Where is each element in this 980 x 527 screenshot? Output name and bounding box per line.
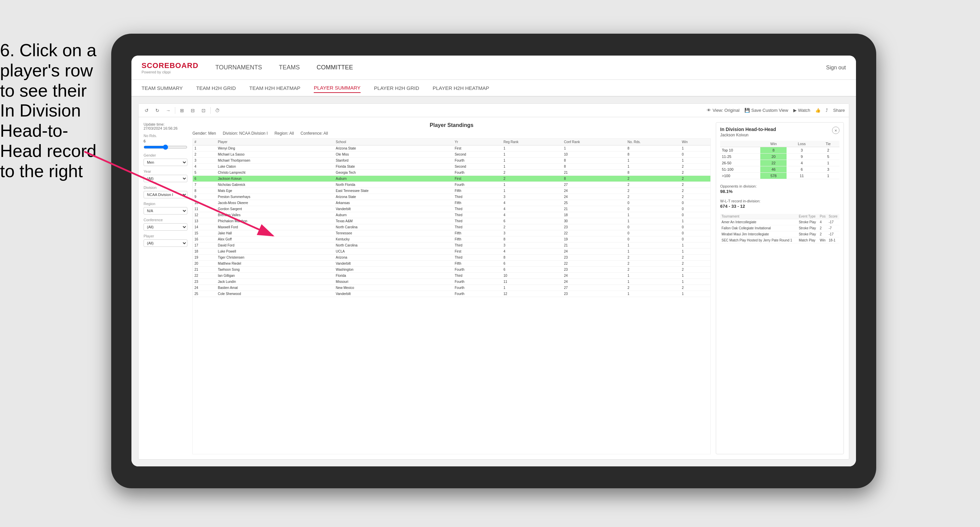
- table-row[interactable]: 21 Taehoon Song Washington Fourth 6 23 2…: [193, 267, 710, 273]
- cell-num: 11: [193, 206, 216, 212]
- cell-reg-rank: 6: [502, 218, 562, 224]
- h2h-win: 46: [760, 166, 787, 173]
- table-row[interactable]: 11 Gordon Sargent Vanderbilt Third 4 21 …: [193, 206, 710, 212]
- table-row[interactable]: 5 Christo Lamprecht Georgia Tech Fourth …: [193, 170, 710, 176]
- division-select[interactable]: NCAA Division I: [143, 191, 188, 198]
- h2h-table-row: 51-100 46 6 3: [720, 166, 840, 173]
- nav-tournaments[interactable]: TOURNAMENTS: [215, 62, 262, 73]
- cell-player: Preston Summerhays: [216, 194, 334, 200]
- h2h-header: In Division Head-to-Head Jackson Koivun …: [720, 127, 840, 137]
- table-row[interactable]: 2 Michael La Sasso Ole Miss Second 1 10 …: [193, 152, 710, 157]
- toolbar-redo[interactable]: ↻: [153, 106, 161, 114]
- h2h-col-tie: Tie: [817, 141, 840, 147]
- h2h-win: 578: [760, 173, 787, 179]
- nav-teams[interactable]: TEAMS: [279, 62, 300, 73]
- cell-player: Christo Lamprecht: [216, 170, 334, 176]
- cell-reg-rank: 10: [502, 273, 562, 279]
- table-row[interactable]: 3 Michael Thorbjornsen Stanford Fourth 1…: [193, 157, 710, 163]
- table-row[interactable]: 7 Nicholas Gabreick North Florida Fourth…: [193, 182, 710, 188]
- nav-sign-out[interactable]: Sign out: [826, 65, 846, 71]
- toolbar-sep-1: [175, 107, 175, 114]
- t-event-type: Stroke Play: [797, 219, 818, 225]
- nav-committee[interactable]: COMMITTEE: [317, 62, 353, 73]
- toolbar-share[interactable]: Share: [833, 108, 845, 113]
- h2h-close-button[interactable]: ×: [832, 127, 840, 134]
- table-row[interactable]: 23 Jack Lundin Missouri Fourth 11 24 1 1: [193, 279, 710, 285]
- sub-nav-player-h2h-grid[interactable]: PLAYER H2H GRID: [374, 84, 419, 93]
- gender-select[interactable]: Men: [143, 159, 188, 166]
- sub-nav-team-h2h-grid[interactable]: TEAM H2H GRID: [196, 84, 236, 93]
- table-row[interactable]: 25 Cole Sherwood Vanderbilt Fourth 12 23…: [193, 291, 710, 297]
- sub-nav-team-summary[interactable]: TEAM SUMMARY: [142, 84, 183, 93]
- cell-win: 0: [680, 206, 710, 212]
- cell-win: 1: [680, 279, 710, 285]
- player-select[interactable]: (All): [143, 240, 188, 247]
- table-row[interactable]: 1 Wenyi Ding Arizona State First 1 1 8 1: [193, 146, 710, 152]
- toolbar-watch[interactable]: ▶ Watch: [793, 108, 810, 113]
- standings-conference: Conference: All: [301, 131, 328, 136]
- cell-player: Tiger Christensen: [216, 255, 334, 260]
- table-row[interactable]: 16 Alex Goff Kentucky Fifth 8 19 0 0: [193, 237, 710, 243]
- cell-school: Kentucky: [334, 237, 453, 243]
- cell-no-rds: 1: [626, 273, 680, 279]
- year-select[interactable]: (All): [143, 175, 188, 182]
- cell-school: Arizona: [334, 255, 453, 260]
- cell-num: 19: [193, 255, 216, 260]
- table-row[interactable]: 18 Luke Powell UCLA First 4 24 1 1: [193, 249, 710, 255]
- cell-yr: Third: [453, 212, 502, 218]
- toolbar-filter[interactable]: ⊞: [178, 106, 186, 114]
- cell-reg-rank: 1: [502, 182, 562, 188]
- toolbar-forward[interactable]: →: [164, 106, 172, 114]
- h2h-win: 22: [760, 160, 787, 166]
- toolbar-bookmark[interactable]: ⊟: [189, 106, 197, 114]
- table-row[interactable]: 4 Luke Claton Florida State Second 1 8 1…: [193, 163, 710, 170]
- table-row[interactable]: 22 Ian Gilligan Florida Third 10 24 1 1: [193, 273, 710, 279]
- cell-no-rds: 1: [626, 157, 680, 163]
- table-row[interactable]: 9 Preston Summerhays Arizona State Third…: [193, 194, 710, 200]
- table-row[interactable]: 20 Matthew Riedel Vanderbilt Fifth 6 22 …: [193, 260, 710, 267]
- cell-reg-rank: 1: [502, 157, 562, 163]
- sub-nav-player-summary[interactable]: PLAYER SUMMARY: [314, 83, 361, 93]
- cell-reg-rank: 8: [502, 255, 562, 260]
- toolbar-view-original[interactable]: 👁 View: Original: [707, 108, 740, 113]
- table-row[interactable]: 10 Jacob-Moss Okeere Arkansas Fifth 4 25…: [193, 200, 710, 206]
- toolbar-undo[interactable]: ↺: [143, 106, 151, 114]
- toolbar-sep-2: [210, 107, 211, 114]
- cell-no-rds: 1: [626, 279, 680, 285]
- cell-school: Missouri: [334, 279, 453, 285]
- sub-nav-player-h2h-heatmap[interactable]: PLAYER H2H HEATMAP: [433, 84, 489, 93]
- table-row[interactable]: 12 Brendan Valles Auburn Third 4 18 1 0: [193, 212, 710, 218]
- no-rds-value: 6: [143, 139, 188, 143]
- table-row[interactable]: 13 Phichakon Maichon Texas A&M Third 6 3…: [193, 218, 710, 224]
- tournament-row: Amer An Intercollegiate Stroke Play 4 -1…: [720, 219, 840, 225]
- filter-no-rds: No Rds. 6: [143, 134, 188, 150]
- table-row[interactable]: 19 Tiger Christensen Arizona Third 8 23 …: [193, 255, 710, 260]
- conference-select[interactable]: (All): [143, 223, 188, 231]
- table-row[interactable]: 17 David Ford North Carolina Third 3 21 …: [193, 243, 710, 249]
- region-select[interactable]: N/A: [143, 207, 188, 214]
- toolbar-thumbsup[interactable]: 👍: [815, 108, 821, 113]
- t-pos: Win: [818, 237, 827, 243]
- cell-win: 2: [680, 285, 710, 291]
- toolbar-reset[interactable]: ⊡: [199, 106, 208, 114]
- cell-yr: Fourth: [453, 267, 502, 273]
- cell-reg-rank: 2: [502, 224, 562, 230]
- table-row[interactable]: 15 Jake Hall Tennessee Fifth 3 22 0 0: [193, 230, 710, 237]
- col-num: #: [193, 139, 216, 146]
- table-row[interactable]: 14 Maxwell Ford North Carolina Third 2 2…: [193, 224, 710, 230]
- toolbar-save-custom[interactable]: 💾 Save Custom View: [745, 108, 788, 113]
- h2h-loss: 9: [787, 154, 817, 160]
- table-row[interactable]: 24 Bastien Amat New Mexico Fourth 1 27 2…: [193, 285, 710, 291]
- cell-school: North Carolina: [334, 224, 453, 230]
- table-row[interactable]: 8 Mats Ege East Tennessee State Fifth 1 …: [193, 188, 710, 194]
- toolbar-clock[interactable]: ⏱: [213, 106, 221, 114]
- cell-school: Florida: [334, 273, 453, 279]
- cell-conf-rank: 23: [562, 291, 626, 297]
- cell-school: Auburn: [334, 176, 453, 182]
- sub-nav-team-h2h-heatmap[interactable]: TEAM H2H HEATMAP: [250, 84, 300, 93]
- cell-yr: Third: [453, 218, 502, 224]
- tournament-row: Mirabel Maui Jim Intercollegiate Stroke …: [720, 231, 840, 237]
- table-row[interactable]: 6 Jackson Koivun Auburn First 2 8 2 2: [193, 176, 710, 182]
- toolbar-share-icon[interactable]: ⤴: [826, 108, 828, 113]
- no-rds-slider[interactable]: [143, 144, 188, 150]
